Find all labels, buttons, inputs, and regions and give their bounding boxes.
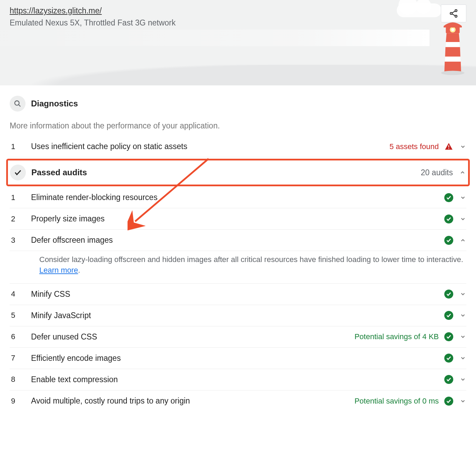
- chevron-down-icon: [459, 355, 466, 361]
- item-number: 6: [10, 332, 31, 341]
- chevron-down-icon: [459, 216, 466, 222]
- chevron-up-icon: [459, 169, 466, 176]
- passed-audit-item[interactable]: 2Properly size images: [10, 208, 466, 230]
- item-number: 5: [10, 311, 31, 320]
- share-button[interactable]: [441, 4, 466, 22]
- passed-audits-toggle[interactable]: Passed audits 20 audits: [6, 159, 470, 186]
- item-label: Minify CSS: [31, 290, 444, 299]
- item-label: Defer unused CSS: [31, 332, 354, 342]
- warning-icon: [444, 142, 453, 151]
- item-label: Enable text compression: [31, 375, 444, 384]
- audit-detail: Consider lazy-loading offscreen and hidd…: [10, 251, 466, 284]
- passed-audit-item[interactable]: 5Minify JavaScript: [10, 305, 466, 326]
- chevron-down-icon: [459, 398, 466, 404]
- item-number: 4: [10, 290, 31, 299]
- search-icon: [10, 96, 26, 112]
- svg-rect-16: [448, 148, 449, 149]
- passed-audits-list: 1Eliminate render-blocking resources2Pro…: [10, 187, 466, 412]
- item-label: Minify JavaScript: [31, 311, 444, 320]
- item-number: 2: [10, 215, 31, 223]
- item-label: Properly size images: [31, 214, 444, 223]
- passed-audit-item[interactable]: 8Enable text compression: [10, 369, 466, 390]
- chevron-down-icon: [459, 312, 466, 318]
- chevron-down-icon: [459, 376, 466, 383]
- passed-audits-count: 20 audits: [421, 168, 453, 177]
- pass-icon: [444, 375, 453, 384]
- pass-icon: [444, 397, 453, 406]
- svg-point-0: [455, 10, 457, 12]
- svg-point-1: [450, 12, 452, 14]
- pass-icon: [444, 215, 453, 223]
- lighthouse-beam: [0, 30, 429, 46]
- pass-icon: [444, 332, 453, 341]
- passed-audit-item[interactable]: 1Eliminate render-blocking resources: [10, 187, 466, 208]
- svg-point-2: [455, 15, 457, 17]
- ground-decoration: [0, 65, 476, 85]
- svg-line-14: [19, 105, 21, 107]
- learn-more-link[interactable]: Learn more: [39, 266, 78, 274]
- item-label: Efficiently encode images: [31, 354, 444, 363]
- diagnostics-description: More information about the performance o…: [10, 121, 466, 130]
- pass-icon: [444, 311, 453, 320]
- report-header: https://lazysizes.glitch.me/ Emulated Ne…: [0, 0, 476, 85]
- item-label: Defer offscreen images: [31, 236, 444, 245]
- diagnostics-title: Diagnostics: [31, 99, 78, 108]
- chevron-up-icon: [459, 237, 466, 243]
- passed-audit-item[interactable]: 7Efficiently encode images: [10, 348, 466, 369]
- svg-point-11: [451, 28, 454, 31]
- pass-icon: [444, 193, 453, 202]
- item-label: Avoid multiple, costly round trips to an…: [31, 396, 354, 406]
- item-number: 1: [10, 142, 31, 151]
- svg-point-12: [441, 71, 465, 75]
- share-icon: [449, 9, 458, 18]
- pass-icon: [444, 290, 453, 299]
- item-meta: 5 assets found: [389, 142, 439, 151]
- chevron-down-icon: [459, 334, 466, 340]
- pass-icon: [444, 354, 453, 363]
- lighthouse-logo: [436, 21, 469, 76]
- item-number: 8: [10, 375, 31, 384]
- check-icon: [10, 165, 26, 180]
- svg-line-3: [452, 11, 455, 13]
- item-number: 7: [10, 354, 31, 363]
- svg-point-13: [15, 101, 19, 105]
- item-label: Uses inefficient cache policy on static …: [31, 142, 389, 151]
- item-meta: Potential savings of 0 ms: [354, 397, 439, 406]
- passed-audit-item[interactable]: 4Minify CSS: [10, 284, 466, 305]
- chevron-down-icon: [459, 144, 466, 150]
- svg-marker-6: [446, 33, 459, 42]
- item-number: 1: [10, 193, 31, 202]
- diagnostic-item[interactable]: 1 Uses inefficient cache policy on stati…: [10, 136, 466, 157]
- passed-audits-title: Passed audits: [31, 168, 421, 177]
- chevron-down-icon: [459, 195, 466, 201]
- passed-audit-item[interactable]: 6Defer unused CSSPotential savings of 4 …: [10, 326, 466, 348]
- svg-line-4: [452, 14, 455, 15]
- svg-marker-8: [444, 62, 461, 72]
- pass-icon: [444, 236, 453, 245]
- item-number: 9: [10, 397, 31, 406]
- chevron-down-icon: [459, 291, 466, 297]
- report-environment: Emulated Nexus 5X, Throttled Fast 3G net…: [10, 18, 466, 28]
- item-meta: Potential savings of 4 KB: [354, 332, 439, 341]
- svg-marker-7: [445, 47, 460, 56]
- item-number: 3: [10, 236, 31, 245]
- passed-audit-item[interactable]: 9Avoid multiple, costly round trips to a…: [10, 390, 466, 412]
- passed-audit-item[interactable]: 3Defer offscreen images: [10, 230, 466, 251]
- report-url-link[interactable]: https://lazysizes.glitch.me/: [10, 6, 102, 15]
- item-label: Eliminate render-blocking resources: [31, 193, 444, 202]
- diagnostics-section-header: Diagnostics: [10, 85, 466, 114]
- svg-rect-15: [448, 145, 449, 147]
